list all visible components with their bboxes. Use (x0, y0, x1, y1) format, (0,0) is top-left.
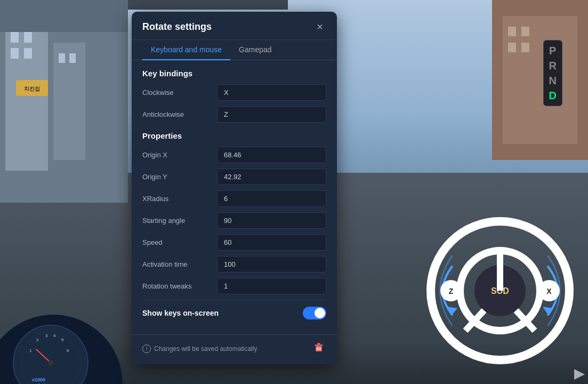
gear-N: N (549, 74, 557, 87)
key-bindings-title: Key bindings (142, 69, 326, 78)
starting-angle-input[interactable] (217, 212, 326, 229)
speed-row: Speed (142, 234, 326, 251)
speed-label: Speed (142, 238, 217, 246)
svg-text:X: X (546, 287, 552, 295)
svg-text:1: 1 (29, 348, 32, 353)
gear-D: D (549, 89, 557, 102)
origin-x-label: Origin X (142, 151, 217, 159)
svg-rect-48 (317, 343, 320, 345)
buildings-right (492, 0, 588, 160)
xradius-row: XRadius (142, 190, 326, 207)
clockwise-input[interactable] (217, 84, 326, 101)
rotation-tweaks-label: Rotation tweaks (142, 282, 217, 290)
svg-marker-45 (574, 369, 585, 380)
steering-wheel-visual: SUD Z X (423, 213, 577, 368)
svg-rect-7 (24, 48, 32, 59)
svg-text:3: 3 (45, 333, 48, 338)
svg-text:5: 5 (61, 338, 64, 342)
activation-time-input[interactable] (217, 256, 326, 273)
show-keys-toggle[interactable] (303, 307, 326, 319)
trash-icon (313, 342, 324, 353)
arrow-indicator (574, 369, 585, 380)
footer-info-text: Changes will be saved automatically (154, 345, 257, 353)
starting-angle-row: Starting angle (142, 212, 326, 229)
modal-footer: i Changes will be saved automatically (132, 334, 337, 364)
svg-rect-6 (11, 48, 19, 59)
svg-rect-44 (128, 0, 288, 10)
properties-title: Properties (142, 131, 326, 140)
anticlockwise-label: Anticlockwise (142, 110, 217, 118)
clockwise-label: Clockwise (142, 89, 217, 97)
svg-point-30 (48, 360, 53, 365)
rotation-tweaks-input[interactable] (217, 278, 326, 294)
speed-input[interactable] (217, 234, 326, 251)
svg-rect-9 (69, 53, 76, 63)
svg-text:2: 2 (36, 338, 39, 342)
close-button[interactable]: × (313, 20, 326, 33)
svg-text:Z: Z (449, 287, 454, 295)
xradius-input[interactable] (217, 190, 326, 207)
anticlockwise-input[interactable] (217, 106, 326, 123)
show-keys-label: Show keys on-screen (142, 309, 219, 317)
gear-selector: P R N D (543, 40, 562, 106)
toggle-knob (315, 308, 325, 318)
svg-rect-4 (11, 32, 19, 43)
show-keys-row: Show keys on-screen (142, 300, 326, 326)
svg-rect-5 (24, 32, 32, 43)
svg-rect-47 (315, 345, 323, 346)
anticlockwise-row: Anticlockwise (142, 106, 326, 123)
xradius-label: XRadius (142, 195, 217, 203)
starting-angle-label: Starting angle (142, 217, 217, 225)
origin-y-label: Origin Y (142, 173, 217, 181)
svg-rect-16 (508, 43, 516, 52)
rotation-tweaks-row: Rotation tweaks (142, 278, 326, 294)
buildings-left: 치킨집 (0, 0, 128, 203)
info-icon: i (142, 345, 151, 353)
tab-gamepad[interactable]: Gamepad (230, 40, 280, 60)
svg-rect-3 (0, 0, 128, 32)
delete-button[interactable] (311, 340, 326, 357)
clockwise-row: Clockwise (142, 84, 326, 101)
svg-rect-17 (521, 43, 529, 52)
modal-header: Rotate settings × (132, 12, 337, 40)
dashboard-left: x1000 r/min 1 2 3 4 5 6 (0, 277, 139, 384)
origin-x-input[interactable] (217, 147, 326, 163)
footer-info: i Changes will be saved automatically (142, 345, 257, 353)
svg-rect-14 (508, 27, 516, 36)
modal-title: Rotate settings (142, 21, 212, 33)
tab-keyboard-mouse[interactable]: Keyboard and mouse (142, 40, 230, 60)
top-bar (128, 0, 288, 10)
svg-text:4: 4 (53, 333, 56, 338)
tabs-container: Keyboard and mouse Gamepad (132, 40, 337, 60)
svg-text:치킨집: 치킨집 (24, 86, 40, 92)
svg-rect-8 (59, 53, 65, 63)
rotate-settings-modal: Rotate settings × Keyboard and mouse Gam… (132, 12, 337, 364)
activation-time-label: Activation time (142, 260, 217, 268)
origin-x-row: Origin X (142, 147, 326, 163)
modal-content: Key bindings Clockwise Anticlockwise Pro… (132, 60, 337, 334)
gear-P: P (549, 44, 556, 58)
origin-y-input[interactable] (217, 169, 326, 185)
gear-R: R (549, 59, 557, 73)
activation-time-row: Activation time (142, 256, 326, 273)
origin-y-row: Origin Y (142, 169, 326, 185)
svg-text:x1000: x1000 (32, 377, 45, 382)
svg-rect-15 (521, 27, 529, 36)
svg-text:6: 6 (67, 348, 69, 353)
